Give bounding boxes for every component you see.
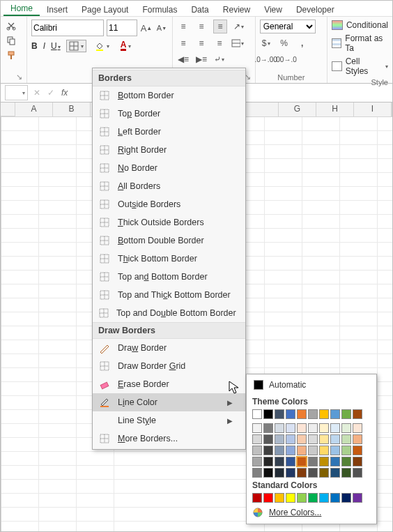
color-swatch[interactable] [330,468,340,478]
align-left-icon[interactable]: ≡ [177,37,190,50]
increase-font-icon[interactable]: A▲ [140,22,153,34]
align-top-icon[interactable]: ≡ [177,20,190,33]
fx-icon[interactable]: fx [61,88,68,98]
cut-icon[interactable] [5,20,17,32]
color-swatch[interactable] [252,423,262,433]
color-swatch[interactable] [286,434,295,444]
fill-color-button[interactable]: ▾ [92,40,112,52]
color-swatch[interactable] [308,434,318,444]
color-swatch[interactable] [252,457,262,466]
color-swatch[interactable] [263,423,273,433]
color-swatch[interactable] [275,457,284,466]
dialog-launcher-icon[interactable]: ↘ [5,73,22,82]
color-swatch[interactable] [353,446,362,455]
border-draw[interactable]: Draw Border [93,339,245,357]
color-swatch[interactable] [308,409,318,419]
color-swatch[interactable] [308,457,318,466]
color-swatch[interactable] [252,468,262,478]
color-swatch[interactable] [275,409,284,419]
font-size-combo[interactable] [107,20,137,36]
border-none[interactable]: No Border [93,159,245,177]
bold-button[interactable]: B [31,41,38,51]
tab-review[interactable]: Review [216,3,257,16]
color-swatch[interactable] [263,434,273,444]
color-swatch[interactable] [263,468,273,478]
color-swatch[interactable] [308,446,318,455]
color-swatch[interactable] [319,423,329,433]
color-swatch[interactable] [308,493,318,503]
color-swatch[interactable] [286,457,295,466]
increase-decimal-icon[interactable]: .0→.00 [260,53,272,66]
color-swatch[interactable] [330,434,340,444]
color-swatch[interactable] [353,457,362,466]
cancel-icon[interactable]: ✕ [33,88,40,98]
col-header[interactable]: G [279,102,316,116]
color-swatch[interactable] [297,409,307,419]
border-bottom[interactable]: Bottom Border [93,86,245,105]
color-swatch[interactable] [353,434,362,444]
color-swatch[interactable] [341,468,351,478]
align-right-icon[interactable]: ≡ [213,37,226,50]
color-swatch[interactable] [341,493,351,503]
color-swatch[interactable] [275,434,284,444]
border-bottom_double[interactable]: Bottom Double Border [93,231,245,250]
color-swatch[interactable] [297,423,307,433]
decrease-decimal-icon[interactable]: .00→.0 [279,53,292,66]
color-swatch[interactable] [319,457,329,466]
border-left[interactable]: Left Border [93,123,245,141]
color-swatch[interactable] [252,446,262,455]
border-all[interactable]: All Borders [93,177,245,195]
align-middle-icon[interactable]: ≡ [195,20,208,33]
color-swatch[interactable] [341,457,351,466]
color-swatch[interactable] [319,434,329,444]
border-line_style[interactable]: Line Style▶ [93,411,245,430]
color-swatch[interactable] [275,493,284,503]
format-as-table-button[interactable]: Format as Ta [332,33,388,54]
border-draw_grid[interactable]: Draw Border Grid [93,357,245,375]
border-erase[interactable]: Erase Border [93,375,245,393]
cell-styles-button[interactable]: Cell Styles▾ [332,56,388,77]
col-header[interactable]: A [15,102,53,116]
align-center-icon[interactable]: ≡ [195,37,208,50]
color-swatch[interactable] [252,409,262,419]
tab-developer[interactable]: Developer [289,3,341,16]
color-swatch[interactable] [297,457,307,466]
border-more[interactable]: More Borders... [93,430,245,448]
color-swatch[interactable] [263,457,273,466]
border-thick_bottom[interactable]: Thick Bottom Border [93,250,245,268]
border-right[interactable]: Right Border [93,141,245,159]
col-header[interactable]: H [316,102,354,116]
underline-button[interactable]: U▾ [51,41,61,51]
color-swatch[interactable] [341,446,351,455]
percent-icon[interactable]: % [278,37,291,50]
tab-insert[interactable]: Insert [40,3,75,16]
color-swatch[interactable] [341,423,351,433]
color-swatch[interactable] [286,423,295,433]
format-painter-icon[interactable] [5,49,17,61]
color-swatch[interactable] [330,446,340,455]
font-name-combo[interactable] [31,20,104,36]
conditional-formatting-button[interactable]: Conditional [332,20,388,31]
color-swatch[interactable] [252,434,262,444]
accounting-icon[interactable]: $▾ [260,37,272,50]
tab-view[interactable]: View [257,3,289,16]
decrease-font-icon[interactable]: A▼ [155,22,168,34]
color-swatch[interactable] [263,409,273,419]
border-top_double_bottom[interactable]: Top and Double Bottom Border [93,304,245,322]
color-swatch[interactable] [252,493,262,503]
border-thick_outside[interactable]: Thick Outside Borders [93,213,245,231]
color-swatch[interactable] [297,446,307,455]
color-swatch[interactable] [353,493,362,503]
automatic-color-button[interactable]: Automatic [252,379,371,394]
merge-icon[interactable]: ▾ [231,37,244,50]
color-swatch[interactable] [319,493,329,503]
color-swatch[interactable] [308,423,318,433]
color-swatch[interactable] [275,423,284,433]
border-top_thick_bottom[interactable]: Top and Thick Bottom Border [93,286,245,304]
color-swatch[interactable] [319,446,329,455]
comma-icon[interactable]: , [296,37,309,50]
color-swatch[interactable] [353,468,362,478]
color-swatch[interactable] [319,409,329,419]
border-outside[interactable]: Outside Borders [93,195,245,213]
wrap-text-icon[interactable]: ⤶▾ [213,53,226,66]
